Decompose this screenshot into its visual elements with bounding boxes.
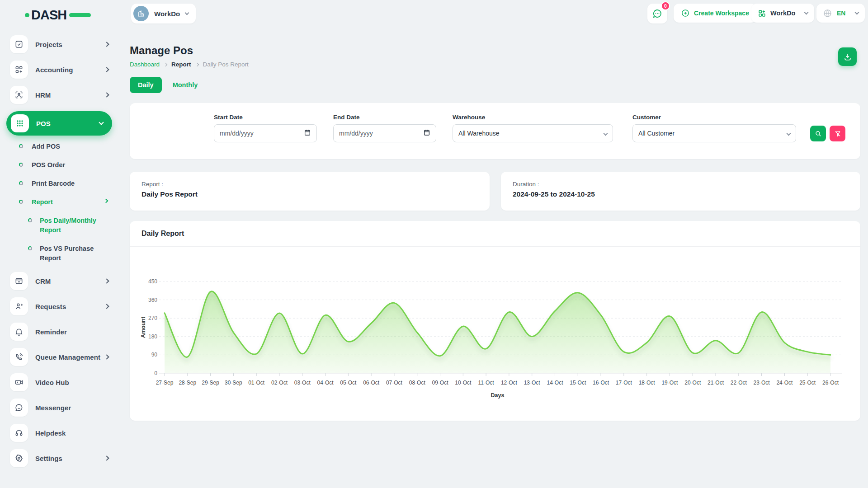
bullet-icon [28, 218, 32, 222]
tab-monthly[interactable]: Monthly [173, 81, 198, 89]
sidebar-item-label: Reminder [35, 328, 67, 336]
svg-text:04-Oct: 04-Oct [317, 380, 334, 386]
sidebar-item-label: POS [36, 120, 51, 127]
sidebar-item-label: Messenger [35, 404, 71, 412]
breadcrumb-dashboard[interactable]: Dashboard [130, 61, 160, 68]
sidebar-subitem-label: Print Barcode [32, 179, 75, 188]
sidebar-menu: Projects Accounting HRM POS [0, 35, 122, 474]
duration-summary-card: Duration : 2024-09-25 to 2024-10-25 [501, 172, 860, 211]
chevron-down-icon [787, 131, 791, 136]
report-value: Daily Pos Report [142, 190, 478, 198]
chevron-right-icon [104, 199, 108, 203]
sidebar-item-helpdesk[interactable]: Helpdesk [0, 424, 122, 442]
chevron-right-icon [104, 42, 109, 47]
sidebar-item-pos-daily-monthly-report[interactable]: Pos Daily/Monthly Report [0, 216, 108, 235]
sidebar-item-print-barcode[interactable]: Print Barcode [0, 179, 122, 188]
sidebar-subitem-label: Pos VS Purchase Report [40, 244, 108, 263]
sidebar-item-video-hub[interactable]: Video Hub [0, 373, 122, 391]
daily-report-chart-card: Daily Report 45036027018090027-Sep28-Sep… [130, 221, 860, 421]
sidebar-subitem-label: Add POS [32, 142, 60, 151]
svg-text:18-Oct: 18-Oct [639, 380, 656, 386]
svg-text:25-Oct: 25-Oct [799, 380, 816, 386]
svg-text:24-Oct: 24-Oct [776, 380, 793, 386]
logo-dash-icon [69, 13, 91, 17]
chevron-right-icon [104, 67, 109, 72]
svg-text:08-Oct: 08-Oct [409, 380, 426, 386]
sidebar-item-add-pos[interactable]: Add POS [0, 142, 122, 151]
sidebar-item-requests[interactable]: Requests [0, 297, 122, 315]
tab-daily[interactable]: Daily [130, 77, 162, 93]
sidebar-item-label: Projects [35, 41, 62, 48]
warehouse-select[interactable]: All Warehouse [453, 124, 613, 142]
warehouse-label: Warehouse [453, 114, 613, 121]
sidebar-item-crm[interactable]: CRM [0, 272, 122, 290]
filter-card: Start Date End Date Warehouse All Wareho… [130, 103, 860, 159]
svg-text:06-Oct: 06-Oct [363, 380, 380, 386]
sidebar-item-pos-vs-purchase-report[interactable]: Pos VS Purchase Report [0, 244, 108, 263]
sidebar-item-label: Video Hub [35, 379, 69, 386]
bullet-icon [19, 163, 23, 167]
chart-area: 45036027018090027-Sep28-Sep29-Sep30-Sep0… [130, 247, 860, 404]
download-report-button[interactable] [838, 47, 857, 66]
calendar-icon[interactable] [304, 129, 311, 138]
sidebar-item-settings[interactable]: Settings [0, 449, 122, 467]
sidebar-item-label: CRM [35, 277, 51, 285]
sidebar-item-label: Requests [35, 303, 66, 310]
chevron-right-icon [104, 92, 109, 97]
sidebar-item-projects[interactable]: Projects [0, 35, 122, 53]
sidebar-item-report[interactable]: Report [0, 197, 122, 207]
reset-filter-button[interactable] [830, 126, 845, 141]
report-period-tabs: Daily Monthly [130, 77, 860, 93]
svg-text:05-Oct: 05-Oct [340, 380, 357, 386]
end-date-input[interactable] [339, 130, 430, 137]
svg-text:03-Oct: 03-Oct [294, 380, 311, 386]
sidebar-item-accounting[interactable]: Accounting [0, 61, 122, 79]
end-date-group: End Date [333, 114, 436, 142]
headset-icon [10, 424, 28, 442]
bullet-icon [28, 246, 32, 250]
chevron-right-icon [104, 304, 109, 309]
phone-call-icon [10, 348, 28, 366]
breadcrumb: Dashboard Report Daily Pos Report [130, 61, 860, 68]
area-chart[interactable]: 45036027018090027-Sep28-Sep29-Sep30-Sep0… [139, 251, 851, 403]
bullet-icon [19, 144, 23, 148]
download-icon [843, 52, 852, 61]
end-date-label: End Date [333, 114, 436, 121]
bell-icon [10, 323, 28, 341]
apply-filter-button[interactable] [810, 126, 826, 141]
sidebar-item-label: Helpdesk [35, 429, 66, 437]
grid-dots-icon [11, 114, 29, 132]
gear-icon [10, 449, 28, 467]
svg-text:01-Oct: 01-Oct [248, 380, 265, 386]
sidebar-item-pos-order[interactable]: POS Order [0, 160, 122, 170]
calendar-icon[interactable] [423, 129, 430, 138]
svg-text:27-Sep: 27-Sep [156, 380, 174, 386]
checkbox-icon [10, 35, 28, 53]
breadcrumb-report[interactable]: Report [171, 61, 191, 68]
start-date-input[interactable] [220, 130, 311, 137]
svg-text:15-Oct: 15-Oct [570, 380, 586, 386]
sidebar-item-reminder[interactable]: Reminder [0, 323, 122, 341]
sidebar-item-pos[interactable]: POS [6, 111, 112, 136]
svg-text:30-Sep: 30-Sep [225, 380, 242, 386]
svg-text:450: 450 [148, 278, 157, 285]
breadcrumb-current: Daily Pos Report [203, 61, 249, 68]
sidebar-item-queue-management[interactable]: Queue Management [0, 348, 122, 366]
user-plus-icon [10, 297, 28, 315]
dash-logo[interactable]: DASH [25, 5, 93, 24]
svg-text:11-Oct: 11-Oct [478, 380, 495, 386]
chevron-right-icon [195, 62, 198, 66]
start-date-label: Start Date [214, 114, 317, 121]
search-icon [815, 130, 822, 137]
sidebar: DASH Projects Accounting HRM [0, 0, 122, 488]
customer-select[interactable]: All Customer [632, 124, 796, 142]
sidebar-item-hrm[interactable]: HRM [0, 86, 122, 104]
svg-text:21-Oct: 21-Oct [708, 380, 724, 386]
grid-plus-icon [10, 61, 28, 79]
customer-label: Customer [632, 114, 796, 121]
logo-dot-icon [25, 13, 29, 17]
chevron-right-icon [104, 455, 109, 460]
sidebar-item-messenger[interactable]: Messenger [0, 399, 122, 417]
bullet-icon [19, 200, 23, 204]
svg-text:16-Oct: 16-Oct [593, 380, 609, 386]
